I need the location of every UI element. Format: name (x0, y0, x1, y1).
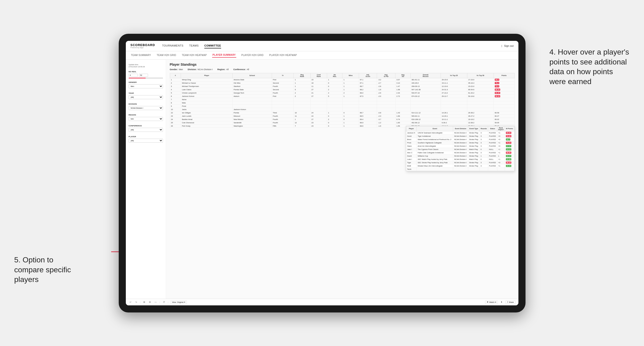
cell-vs25: 6-39-2 (440, 121, 467, 124)
tooltip-cell-division: NCAA Division I (453, 138, 468, 141)
tooltip-cell-event: Fallen Oak Collegiate Invitational (417, 151, 453, 154)
tooltip-cell-points: 40.7 (505, 138, 514, 141)
cell-player: Niche (181, 98, 232, 101)
cell-points[interactable] (494, 104, 514, 108)
col-wins: Wins (342, 73, 359, 78)
table-row[interactable]: 8 Mats (170, 101, 514, 104)
tooltip-cell-type: Stroke Play (468, 131, 480, 134)
filter-gender: Gender: Men (170, 68, 183, 71)
cell-player: Cole Sherwood (181, 121, 232, 124)
cell-overall (410, 98, 440, 101)
sidebar-player-select[interactable]: (All) (129, 139, 163, 143)
cell-points[interactable]: 80.49 (494, 91, 514, 94)
cell-vs50: 23-22-0 (467, 85, 494, 88)
table-row[interactable]: 9 Prest (170, 104, 514, 108)
cell-points[interactable] (494, 98, 514, 101)
table-row[interactable]: 5 Christo Lamprecht Georgia Tech Fourth … (170, 91, 514, 94)
annotation-left: 5. Option to compare specific players (14, 255, 80, 285)
nav-teams[interactable]: TEAMS (189, 43, 199, 48)
sidebar-year-select[interactable]: (All) (129, 95, 163, 99)
table-row[interactable]: 10 Jacks Jackson Koivun (170, 108, 514, 111)
download-btn[interactable]: ⬇ (500, 300, 504, 304)
cell-player: Bastien Amat (181, 118, 232, 121)
cell-adj-score (359, 98, 377, 101)
cell-points[interactable]: 60.58 (494, 111, 514, 114)
cell-reg-rank (294, 98, 310, 101)
cell-to-par: -2.6 (377, 91, 396, 94)
subnav-player-h2h-heatmap[interactable]: PLAYER H2H HEATMAP (269, 53, 297, 57)
sidebar-rds-from[interactable] (129, 74, 138, 77)
list-item: Luke I SEC Match Play hosted by Jerry Pa… (406, 158, 514, 161)
sidebar-region-section: Region N/A (129, 114, 163, 122)
undo-btn[interactable]: ↩ (129, 300, 132, 304)
table-row[interactable]: 3 Michael Thorbjornsen Stanford Fourth 1… (170, 85, 514, 88)
tooltip-cell-rounds: 1 (480, 154, 488, 158)
col-num: # (170, 73, 181, 78)
table-row[interactable]: 4 Luke Claton Florida State Second 5 27 … (170, 88, 514, 91)
sidebar-region-select[interactable]: N/A (129, 117, 163, 121)
subnav-team-h2h-heatmap[interactable]: TEAM H2H HEATMAP (182, 53, 208, 57)
table-row[interactable]: 2 Michael Le Sasse Ole Miss Second 1 18 … (170, 81, 514, 85)
share-btn[interactable]: ⤴ Share (506, 300, 515, 304)
table-row[interactable]: 6 Jackson Koivun Auburn First 2 27 5 1 8… (170, 94, 514, 98)
standings-table: # Player School Yr RegRank ConfRank NoRd… (170, 73, 515, 128)
clock-btn[interactable]: ⏱ (162, 300, 166, 304)
cell-avg-sg: 1.47 (396, 85, 410, 88)
cell-points[interactable]: 59.95 (494, 121, 514, 124)
tooltip-cell-points: 60.64 (505, 131, 514, 134)
cell-points[interactable]: 60.02 (494, 118, 514, 121)
cell-points[interactable] (494, 108, 514, 111)
sidebar-conference-select[interactable]: (All) (129, 128, 163, 132)
list-item: Jake I The Cypress Point Classic NCAA Di… (406, 148, 514, 151)
cell-num: 10 (170, 108, 181, 111)
tooltip-cell-points: 53.60 (505, 134, 514, 138)
cell-vs50: 17-23-0 (467, 78, 494, 81)
sidebar-slider[interactable] (129, 78, 163, 78)
copy-btn[interactable]: ⊞ (142, 300, 146, 304)
subnav-player-h2h-grid[interactable]: PLAYER H2H GRID (241, 53, 264, 57)
tooltip-cell-rank: +1 (497, 158, 505, 161)
cell-vs25: 12-10-0 (440, 85, 467, 88)
cell-avg-sg: 2.34 (396, 91, 410, 94)
paste-btn[interactable]: ⊟ (148, 300, 152, 304)
sidebar-gender-select[interactable]: Men (129, 84, 163, 88)
cell-points[interactable]: 76.2 (494, 81, 514, 85)
cell-points[interactable]: 60.27 (494, 114, 514, 118)
subnav-player-summary[interactable]: PLAYER SUMMARY (212, 53, 236, 58)
table-row[interactable]: 1 Wenyi Ding Arizona State First 1 15 1 … (170, 78, 514, 81)
tooltip-cell-points (505, 168, 514, 171)
sidebar-rds-to[interactable] (139, 74, 148, 77)
table-row[interactable]: 23 Jack Lundin Missouri Fourth 11 24 0 1… (170, 114, 514, 118)
table-row[interactable]: 7 Niche (170, 98, 514, 101)
cell-overall: 381-61-11 (410, 78, 440, 81)
cell-conf-rank: 23 (310, 124, 327, 128)
cell-points[interactable]: 88.2 (494, 78, 514, 81)
nav-committee[interactable]: COMMITTEE (204, 43, 221, 48)
cell-to-par: -2.8 (377, 85, 396, 88)
table-row[interactable]: 22 Ian Gilligan Florida Third 10 24 1 0 … (170, 111, 514, 114)
subnav-team-summary[interactable]: TEAM SUMMARY (130, 53, 152, 57)
tooltip-cell-player: Jake I (406, 148, 417, 151)
cell-points[interactable] (494, 101, 514, 104)
subnav-team-h2h-grid[interactable]: TEAM H2H GRID (156, 53, 177, 57)
cell-points[interactable]: 88.34 (494, 88, 514, 91)
cell-points[interactable]: 72.1 (494, 85, 514, 88)
cell-overall: 440-26-6 (410, 81, 440, 85)
view-original-btn[interactable]: View: Original ▾ (170, 300, 187, 304)
cell-points[interactable]: 68.18 (494, 94, 514, 98)
cell-yr (272, 104, 294, 108)
cell-player: Mats (181, 101, 232, 104)
watch-btn[interactable]: 👁 Watch ▾ (485, 300, 498, 304)
dash-btn[interactable]: — (154, 300, 158, 304)
nav-tournaments[interactable]: TOURNAMENTS (162, 43, 183, 48)
table-row[interactable]: 25 Cole Sherwood Vanderbilt Fourth 12 23… (170, 121, 514, 124)
sign-out-link[interactable]: Sign out (504, 44, 514, 47)
data-area: Player Standings Gender: Men Division: N… (166, 60, 518, 299)
sidebar-division-select[interactable]: NCAA Division I (129, 106, 163, 110)
redo-btn[interactable]: ↪ (134, 300, 138, 304)
table-row[interactable]: 24 Bastien Amat New Mexico Fourth 1 27 2… (170, 118, 514, 121)
tooltip-cell-player: Pricb (406, 141, 417, 144)
cell-no-rds: 2 (327, 91, 342, 94)
cell-player: Petr Hruby (181, 124, 232, 128)
cell-school: Ole Miss (232, 81, 272, 85)
